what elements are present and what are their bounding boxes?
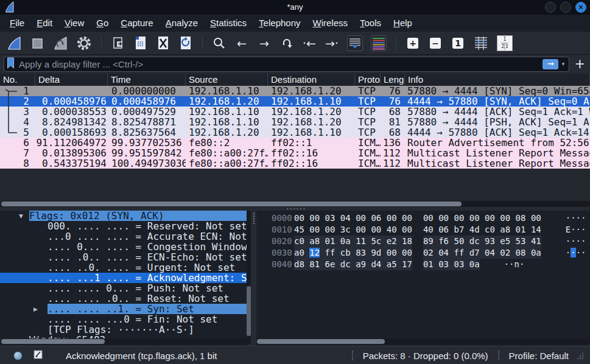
column-header-info[interactable]: Info	[405, 74, 590, 86]
menu-wireless[interactable]: Wireless	[307, 15, 354, 32]
detail-row-fin[interactable]: .... .... ...0 = Fin: Not set	[0, 314, 247, 324]
pane-splitter-vertical[interactable]	[251, 211, 256, 346]
close-file-icon[interactable]	[156, 35, 170, 51]
stop-capture-icon[interactable]	[30, 35, 44, 51]
details-hscrollbar[interactable]	[1, 338, 251, 345]
scrollbar-thumb[interactable]	[247, 286, 251, 336]
packet-row-selected[interactable]: 20.0004589760.000458976192.168.1.20192.1…	[0, 96, 590, 107]
column-header-delta[interactable]: Delta	[35, 74, 108, 86]
packet-row[interactable]: 50.0001586938.825637564192.168.1.20192.1…	[0, 127, 590, 138]
profile-text[interactable]: Profile: Default	[509, 351, 569, 361]
maximize-button[interactable]	[560, 2, 571, 13]
close-button[interactable]: ×	[575, 2, 586, 13]
packet-count-text: Packets: 8 · Dropped: 0 (0.0%)	[363, 351, 488, 361]
menu-view[interactable]: View	[58, 15, 90, 32]
detail-row-reserved[interactable]: 000. .... .... = Reserved: Not set	[0, 221, 247, 231]
capture-options-gear-icon[interactable]	[76, 35, 92, 51]
minimize-button[interactable]	[545, 2, 556, 13]
column-header-protocol[interactable]: Protoc	[355, 74, 381, 86]
go-to-packet-icon[interactable]	[279, 35, 294, 51]
layout-chooser-icon[interactable]: 1 23	[497, 35, 513, 51]
detail-row-reset[interactable]: .... .... .0.. = Reset: Not set	[0, 293, 247, 304]
field-status-text: Acknowledgment (tcp.flags.ack), 1 bit	[66, 351, 217, 361]
restart-capture-icon[interactable]	[52, 35, 68, 51]
expand-caret-icon[interactable]: ▼	[19, 211, 23, 222]
detail-row-accurate-ecn[interactable]: ...0 .... .... = Accurate ECN: Not set	[0, 231, 247, 242]
column-header-time[interactable]: Time	[108, 74, 186, 86]
bytes-hscrollbar[interactable]	[256, 338, 589, 345]
hex-row[interactable]: 0020 c0 a8 01 0a 11 5c e2 18 89 f6 50 dc…	[256, 236, 590, 247]
capture-comment-icon[interactable]	[33, 350, 43, 361]
open-file-icon[interactable]	[111, 35, 125, 51]
scrollbar-thumb[interactable]	[1, 201, 462, 206]
filter-bookmark-icon[interactable]	[7, 57, 15, 71]
packet-bytes-pane: 0000 00 00 03 04 00 06 00 00 00 00 00 00…	[256, 211, 590, 348]
zoom-in-icon[interactable]: +	[406, 35, 420, 51]
menu-capture[interactable]: Capture	[114, 15, 159, 32]
packet-row[interactable]: 80.543375194100.494973036fe80::a00:27f…f…	[0, 158, 590, 169]
filter-dropdown-caret-icon[interactable]: ▼	[561, 61, 566, 67]
menu-analyze[interactable]: Analyze	[160, 15, 204, 32]
save-file-icon[interactable]	[133, 35, 148, 51]
packet-row[interactable]: 691.11206497299.937702536fe80::2ff02::1I…	[0, 138, 590, 148]
start-capture-icon[interactable]	[6, 35, 22, 51]
resize-grip-icon[interactable]	[577, 351, 584, 361]
menu-tools[interactable]: Tools	[354, 15, 387, 32]
menu-help[interactable]: Help	[387, 15, 418, 32]
selected-byte[interactable]: 12	[309, 248, 320, 257]
add-filter-button[interactable]: +	[574, 57, 585, 72]
detail-row-push[interactable]: .... .... 0... = Push: Not set	[0, 283, 247, 293]
scrollbar-thumb[interactable]	[1, 339, 105, 344]
resize-columns-icon[interactable]	[473, 35, 489, 51]
hex-row-with-selected-byte[interactable]: 0030 a0 12 ff cb 83 9d 00 00 02 04 ff d7…	[256, 247, 590, 259]
find-packet-icon[interactable]	[212, 35, 227, 51]
go-first-packet-icon[interactable]: ·←	[302, 35, 317, 51]
titlebar[interactable]: *any ×	[0, 0, 590, 15]
auto-scroll-icon[interactable]	[347, 35, 363, 51]
packet-row[interactable]: 48.8249813428.825478871192.168.1.10192.1…	[0, 117, 590, 127]
detail-row-ecn-echo[interactable]: .... .0.. .... = ECN-Echo: Not set	[0, 252, 247, 262]
go-back-icon[interactable]: ←	[234, 35, 249, 51]
colorize-icon[interactable]	[371, 35, 387, 51]
display-filter-input[interactable]	[18, 58, 543, 70]
go-forward-icon[interactable]: →	[257, 35, 272, 51]
packet-row[interactable]: 10.000000000192.168.1.10192.168.1.20TCP7…	[0, 86, 590, 96]
hex-row[interactable]: 0000 00 00 03 04 00 06 00 00 00 00 00 00…	[256, 212, 590, 224]
packet-list-header: No. Delta Time Source Destination Protoc…	[0, 74, 590, 86]
filter-bar: → ▼ +	[0, 55, 590, 74]
packet-row[interactable]: 30.0000385530.000497529192.168.1.10192.1…	[0, 107, 590, 117]
column-header-no[interactable]: No.	[0, 74, 35, 86]
reload-file-icon[interactable]	[178, 35, 193, 51]
detail-row-acknowledgment-selected[interactable]: .... ...1 .... = Acknowledgment: Set	[0, 273, 247, 283]
selected-ascii-char[interactable]: ·	[571, 248, 575, 257]
menu-statistics[interactable]: Statistics	[204, 15, 253, 32]
toolbar-separator	[101, 37, 102, 50]
display-filter-box[interactable]: → ▼	[4, 57, 569, 72]
detail-row-tcp-flags[interactable]: [TCP Flags: ·······A··S·]	[0, 324, 247, 335]
detail-row-urgent[interactable]: .... ..0. .... = Urgent: Not set	[0, 262, 247, 273]
packet-list: 10.000000000192.168.1.10192.168.1.20TCP7…	[0, 86, 590, 169]
go-last-packet-icon[interactable]: →·	[325, 35, 339, 51]
detail-row-syn[interactable]: ▶ .... .... ..1. = Syn: Set	[0, 304, 247, 314]
column-header-destination[interactable]: Destination	[268, 74, 355, 86]
menu-file[interactable]: File	[4, 15, 30, 32]
hex-row[interactable]: 0010 45 00 00 3c 00 00 40 00 40 06 b7 4d…	[256, 224, 590, 236]
zoom-out-icon[interactable]: −	[428, 35, 443, 51]
zoom-100-icon[interactable]: 1	[451, 35, 465, 51]
apply-filter-button[interactable]: →	[543, 59, 558, 69]
menu-telephony[interactable]: Telephony	[253, 15, 306, 32]
column-header-source[interactable]: Source	[186, 74, 268, 86]
status-bar: Acknowledgment (tcp.flags.ack), 1 bit Pa…	[0, 346, 590, 364]
column-header-length[interactable]: Leng	[381, 74, 405, 86]
expand-caret-icon[interactable]: ▶	[33, 304, 38, 315]
status-separator	[352, 351, 353, 360]
detail-row-flags[interactable]: ▼ Flags: 0x012 (SYN, ACK)	[0, 211, 247, 221]
expert-info-icon[interactable]	[13, 351, 23, 360]
details-vscrollbar[interactable]	[247, 211, 251, 338]
detail-row-cwr[interactable]: .... 0... .... = Congestion Window Red	[0, 242, 247, 252]
scrollbar-thumb[interactable]	[257, 339, 385, 344]
hex-row[interactable]: 0040 d8 81 6e dc a9 d4 a5 17 01 03 03 0a…	[256, 259, 590, 270]
menu-go[interactable]: Go	[90, 15, 114, 32]
menu-edit[interactable]: Edit	[30, 15, 58, 32]
packet-row[interactable]: 70.01389530699.951597842fe80::a00:27f…ff…	[0, 148, 590, 158]
